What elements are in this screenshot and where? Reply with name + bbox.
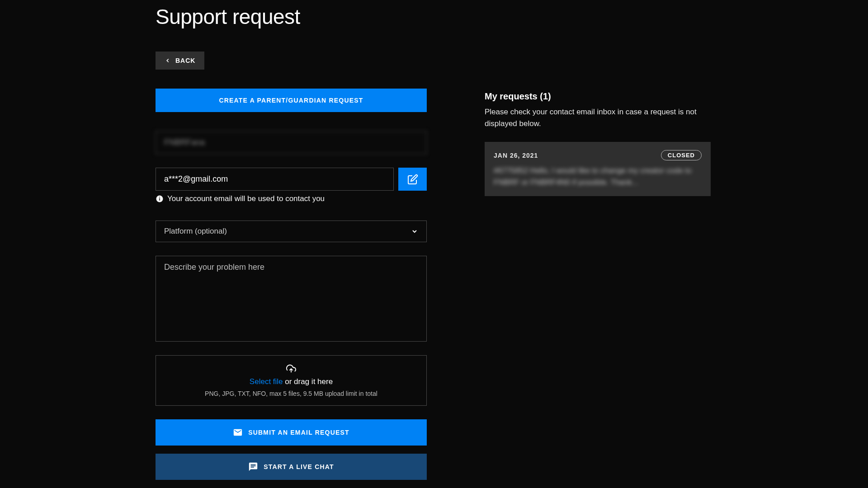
platform-select[interactable]: Platform (optional) bbox=[156, 221, 427, 242]
upload-drag-text: or drag it here bbox=[283, 377, 333, 386]
edit-email-button[interactable] bbox=[398, 168, 427, 191]
my-requests-column: My requests (1) Please check your contac… bbox=[485, 89, 712, 480]
chevron-left-icon bbox=[165, 57, 171, 64]
upload-line: Select file or drag it here bbox=[250, 377, 333, 386]
chevron-down-icon bbox=[411, 228, 418, 235]
submit-email-request-label: SUBMIT AN EMAIL REQUEST bbox=[248, 429, 349, 436]
request-body: #6775852 Hello, I would like to change m… bbox=[494, 165, 702, 188]
start-live-chat-label: START A LIVE CHAT bbox=[264, 463, 334, 470]
submit-email-request-button[interactable]: SUBMIT AN EMAIL REQUEST bbox=[156, 419, 427, 446]
upload-formats-hint: PNG, JPG, TXT, NFO, max 5 files, 9.5 MB … bbox=[205, 390, 377, 397]
my-requests-title: My requests (1) bbox=[485, 91, 712, 102]
request-date: JAN 26, 2021 bbox=[494, 152, 538, 159]
email-hint-text: Your account email will be used to conta… bbox=[167, 194, 325, 203]
info-icon bbox=[156, 195, 164, 203]
file-upload-dropzone[interactable]: Select file or drag it here PNG, JPG, TX… bbox=[156, 355, 427, 406]
back-button-label: BACK bbox=[175, 57, 195, 64]
svg-rect-2 bbox=[159, 197, 160, 198]
platform-select-label: Platform (optional) bbox=[164, 227, 227, 236]
status-badge: CLOSED bbox=[661, 150, 702, 160]
select-file-link[interactable]: Select file bbox=[250, 377, 283, 386]
email-hint: Your account email will be used to conta… bbox=[156, 194, 427, 203]
upload-cloud-icon bbox=[286, 364, 296, 374]
page-title: Support request bbox=[156, 5, 712, 29]
back-button[interactable]: BACK bbox=[156, 52, 204, 70]
start-live-chat-button[interactable]: START A LIVE CHAT bbox=[156, 454, 427, 480]
svg-rect-1 bbox=[159, 198, 160, 201]
mail-icon bbox=[233, 427, 243, 437]
form-column: CREATE A PARENT/GUARDIAN REQUEST FNBRFan… bbox=[156, 89, 427, 480]
create-parent-guardian-label: CREATE A PARENT/GUARDIAN REQUEST bbox=[219, 97, 363, 104]
request-card[interactable]: JAN 26, 2021 CLOSED #6775852 Hello, I wo… bbox=[485, 142, 711, 196]
description-textarea[interactable] bbox=[156, 256, 427, 342]
edit-icon bbox=[407, 174, 418, 185]
username-field: FNBRFana bbox=[156, 131, 427, 154]
my-requests-subtitle: Please check your contact email inbox in… bbox=[485, 106, 711, 129]
chat-icon bbox=[248, 462, 258, 472]
email-field[interactable] bbox=[156, 168, 394, 191]
create-parent-guardian-button[interactable]: CREATE A PARENT/GUARDIAN REQUEST bbox=[156, 89, 427, 112]
